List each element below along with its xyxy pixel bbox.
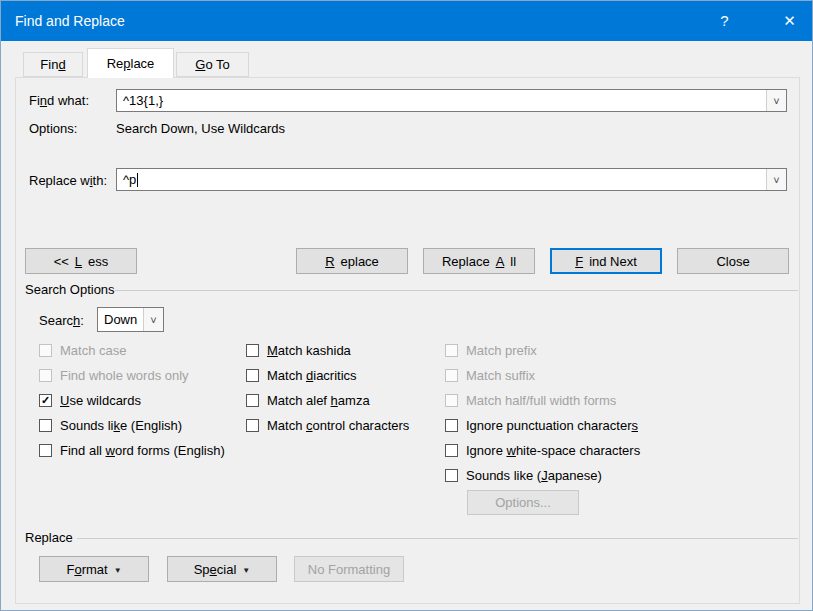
dropdown-arrow-icon: ▼ [242, 566, 250, 575]
checkbox-box [445, 469, 458, 482]
checkbox-label: Match control characters [267, 418, 409, 433]
tab-replace[interactable]: Replace [87, 48, 174, 78]
format-button[interactable]: Format ▼ [39, 556, 149, 582]
checkbox-label: Match kashida [267, 343, 351, 358]
checkbox-match-control-characters[interactable]: Match control characters [246, 416, 409, 434]
tab-page [15, 77, 800, 604]
chevron-down-icon[interactable]: ˅ [766, 169, 786, 190]
checkbox-box [246, 394, 259, 407]
replace-with-combobox[interactable]: ^p ˅ [116, 168, 787, 191]
replace-group-line [77, 538, 798, 539]
less-button[interactable]: << Less [25, 248, 137, 274]
search-direction-label: Search: [39, 313, 84, 329]
checkbox-match-diacritics[interactable]: Match diacritics [246, 366, 357, 384]
search-direction-value: Down [104, 312, 137, 327]
tab-find[interactable]: Find [23, 52, 83, 77]
checkbox-box [246, 419, 259, 432]
checkbox-box [39, 369, 52, 382]
checkbox-sounds-like-japanese[interactable]: Sounds like (Japanese) [445, 466, 602, 484]
find-what-combobox[interactable]: ^13{1,} ˅ [116, 89, 787, 112]
checkbox-label: Sounds like (Japanese) [466, 468, 602, 483]
checkbox-label: Ignore white-space characters [466, 443, 640, 458]
search-options-group-line [115, 290, 798, 291]
checkbox-sounds-like-english[interactable]: Sounds like (English) [39, 416, 182, 434]
checkbox-match-kashida[interactable]: Match kashida [246, 341, 351, 359]
checkbox-box [445, 394, 458, 407]
options-label: Options: [29, 121, 77, 137]
checkbox-label: Match diacritics [267, 368, 357, 383]
replace-with-label: Replace with: [29, 173, 107, 189]
checkbox-label: Match suffix [466, 368, 535, 383]
checkbox-use-wildcards[interactable]: ✓ Use wildcards [39, 391, 141, 409]
checkbox-match-half-full-width-forms: Match half/full width forms [445, 391, 616, 409]
checkbox-box [39, 419, 52, 432]
options-value: Search Down, Use Wildcards [116, 121, 285, 137]
special-button[interactable]: Special ▼ [167, 556, 277, 582]
checkbox-ignore-whitespace[interactable]: Ignore white-space characters [445, 441, 640, 459]
find-next-button[interactable]: Find Next [550, 248, 662, 274]
format-button-label: Format [66, 562, 107, 577]
no-formatting-button: No Formatting [294, 556, 404, 582]
titlebar[interactable]: Find and Replace ? ✕ [1, 1, 812, 41]
checkbox-match-alef-hamza[interactable]: Match alef hamza [246, 391, 370, 409]
checkbox-box [445, 344, 458, 357]
options-button: Options... [467, 490, 579, 515]
checkbox-label: Use wildcards [60, 393, 141, 408]
chevron-down-icon[interactable]: ˅ [766, 90, 786, 111]
find-what-value: ^13{1,} [123, 93, 163, 108]
tab-goto[interactable]: Go To [176, 52, 249, 77]
checkbox-label: Match half/full width forms [466, 393, 616, 408]
close-button[interactable]: Close [677, 248, 789, 274]
search-direction-select[interactable]: Down ˅ [97, 307, 164, 332]
checkbox-match-case: Match case [39, 341, 126, 359]
replace-button[interactable]: Replace [296, 248, 408, 274]
checkbox-label: Find all word forms (English) [60, 443, 225, 458]
checkbox-box [39, 444, 52, 457]
checkbox-match-prefix: Match prefix [445, 341, 537, 359]
search-options-group-title: Search Options [25, 282, 115, 298]
checkbox-match-suffix: Match suffix [445, 366, 535, 384]
checkbox-box [246, 344, 259, 357]
find-replace-dialog: Find and Replace ? ✕ Find Replace Go To … [0, 0, 813, 611]
special-button-label: Special [194, 562, 237, 577]
close-icon[interactable]: ✕ [767, 1, 812, 41]
dialog-title: Find and Replace [15, 1, 125, 41]
checkbox-label: Match case [60, 343, 126, 358]
checkbox-box [39, 344, 52, 357]
checkbox-label: Ignore punctuation characters [466, 418, 638, 433]
checkbox-find-whole-words-only: Find whole words only [39, 366, 189, 384]
checkbox-label: Match prefix [466, 343, 537, 358]
checkbox-box [445, 419, 458, 432]
replace-with-value: ^p [123, 172, 136, 187]
checkbox-box [246, 369, 259, 382]
text-caret [137, 173, 138, 187]
dropdown-arrow-icon: ▼ [114, 566, 122, 575]
checkbox-label: Sounds like (English) [60, 418, 182, 433]
checkbox-box [445, 444, 458, 457]
find-what-label: Find what: [29, 93, 89, 109]
replace-all-button[interactable]: Replace All [423, 248, 535, 274]
check-icon: ✓ [39, 394, 52, 407]
checkbox-label: Match alef hamza [267, 393, 370, 408]
replace-group-title: Replace [25, 530, 73, 546]
checkbox-box [445, 369, 458, 382]
checkbox-find-all-word-forms[interactable]: Find all word forms (English) [39, 441, 225, 459]
checkbox-label: Find whole words only [60, 368, 189, 383]
help-icon[interactable]: ? [702, 1, 747, 41]
chevron-down-icon[interactable]: ˅ [143, 308, 163, 331]
checkbox-ignore-punctuation[interactable]: Ignore punctuation characters [445, 416, 638, 434]
